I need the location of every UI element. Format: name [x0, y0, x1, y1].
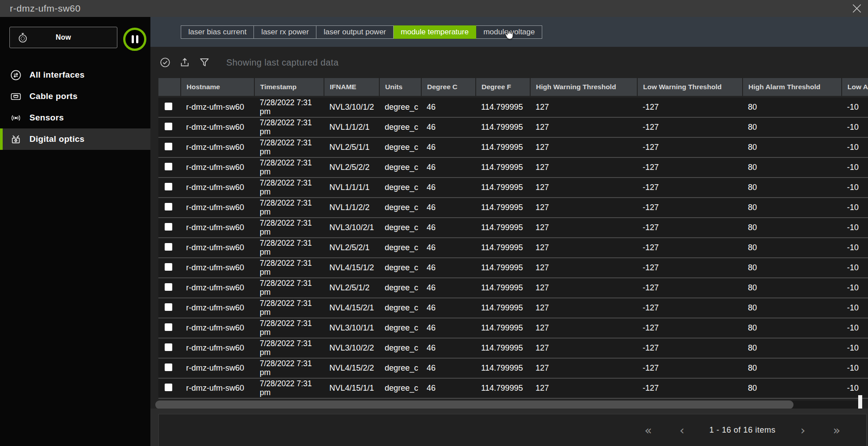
last-page-button[interactable]: »	[830, 424, 843, 436]
tab-laser-rx-power[interactable]: laser rx power	[254, 25, 316, 39]
cell-low_alarm_threshold: -10	[842, 238, 868, 258]
column-header-degree-c[interactable]: Degree C	[421, 78, 476, 97]
vertical-scrollbar-thumb[interactable]	[858, 395, 862, 409]
pause-button[interactable]	[123, 28, 146, 51]
row-checkbox[interactable]	[165, 343, 172, 351]
cell-units: degree_c	[379, 378, 421, 398]
now-button[interactable]: Now	[9, 27, 117, 48]
check-circle-icon[interactable]	[159, 57, 171, 68]
cell-degree_f: 114.799995	[476, 137, 530, 157]
column-header-low-alarm-threshold[interactable]: Low Alarm Threshold	[842, 78, 868, 97]
cell-units: degree_c	[379, 137, 421, 157]
cell-degree_f: 114.799995	[476, 318, 530, 338]
cell-timestamp: 7/28/2022 7:31 pm	[254, 198, 324, 218]
row-checkbox[interactable]	[165, 243, 172, 251]
sidebar-item-sensors[interactable]: Sensors	[0, 107, 150, 128]
row-checkbox[interactable]	[165, 203, 172, 211]
cell-high_alarm_threshold: 80	[743, 238, 842, 258]
sidebar-nav: All interfacesCable portsSensorsDigital …	[0, 64, 150, 150]
row-checkbox[interactable]	[165, 323, 172, 331]
table-row: r-dmz-ufm-sw607/28/2022 7:31 pmNVL1/1/2/…	[158, 198, 868, 218]
row-checkbox[interactable]	[165, 303, 172, 311]
column-header-high-warning-threshold[interactable]: High Warning Threshold	[530, 78, 637, 97]
row-checkbox[interactable]	[165, 103, 172, 110]
sidebar-item-cable-ports[interactable]: Cable ports	[0, 86, 150, 107]
checkbox-cell	[158, 137, 181, 157]
horizontal-scrollbar-track[interactable]	[155, 401, 861, 409]
filter-icon[interactable]	[199, 57, 210, 68]
tab-module-voltage[interactable]: module voltage	[476, 25, 542, 39]
column-header-units[interactable]: Units	[379, 78, 421, 97]
cell-low_warning_threshold: -127	[637, 358, 743, 378]
column-header-hostname[interactable]: Hostname	[181, 78, 254, 97]
checkbox-cell	[158, 157, 181, 178]
cell-degree_f: 114.799995	[476, 218, 530, 238]
first-page-button[interactable]: «	[642, 424, 655, 436]
cell-hostname: r-dmz-ufm-sw60	[181, 97, 254, 117]
cell-hostname: r-dmz-ufm-sw60	[181, 318, 254, 338]
cell-high_warning_threshold: 127	[530, 178, 637, 198]
interfaces-icon	[10, 69, 22, 81]
previous-page-button[interactable]: ‹	[677, 424, 687, 436]
cell-ifname: NVL1/1/2/1	[324, 117, 379, 137]
cell-high_warning_threshold: 127	[530, 278, 637, 298]
cell-low_alarm_threshold: -10	[842, 298, 868, 318]
cell-degree_f: 114.799995	[476, 338, 530, 358]
cell-degree_c: 46	[421, 178, 476, 198]
cell-low_warning_threshold: -127	[637, 137, 743, 157]
row-checkbox[interactable]	[165, 163, 172, 170]
cell-low_warning_threshold: -127	[637, 278, 743, 298]
sidebar-item-label: Cable ports	[29, 91, 78, 101]
cell-hostname: r-dmz-ufm-sw60	[181, 358, 254, 378]
column-header-ifname[interactable]: IFNAME	[324, 78, 379, 97]
cell-high_warning_threshold: 127	[530, 318, 637, 338]
next-page-icon: ›	[801, 423, 806, 437]
cell-degree_c: 46	[421, 218, 476, 238]
sidebar-item-all-interfaces[interactable]: All interfaces	[0, 64, 150, 86]
cell-hostname: r-dmz-ufm-sw60	[181, 258, 254, 278]
row-checkbox[interactable]	[165, 384, 172, 391]
cell-low_alarm_threshold: -10	[842, 218, 868, 238]
column-header-low-warning-threshold[interactable]: Low Warning Threshold	[637, 78, 743, 97]
export-icon[interactable]	[179, 57, 191, 68]
close-button[interactable]	[850, 2, 864, 15]
column-header-timestamp[interactable]: Timestamp	[254, 78, 324, 97]
cell-timestamp: 7/28/2022 7:31 pm	[254, 178, 324, 198]
checkbox-cell	[158, 378, 181, 398]
row-checkbox[interactable]	[165, 223, 172, 231]
cell-high_alarm_threshold: 80	[743, 318, 842, 338]
row-checkbox[interactable]	[165, 123, 172, 130]
cell-units: degree_c	[379, 157, 421, 178]
table-row: r-dmz-ufm-sw607/28/2022 7:31 pmNVL1/1/2/…	[158, 117, 868, 137]
first-page-icon: «	[644, 423, 652, 437]
row-checkbox[interactable]	[165, 263, 172, 271]
cell-low_alarm_threshold: -10	[842, 117, 868, 137]
tab-laser-bias-current[interactable]: laser bias current	[181, 25, 254, 39]
cell-degree_c: 46	[421, 198, 476, 218]
cell-low_alarm_threshold: -10	[842, 97, 868, 117]
column-header-high-alarm-threshold[interactable]: High Alarm Threshold	[743, 78, 842, 97]
cell-low_alarm_threshold: -10	[842, 258, 868, 278]
checkbox-cell	[158, 97, 181, 117]
sidebar-item-digital-optics[interactable]: Digital optics	[0, 128, 150, 150]
cell-degree_c: 46	[421, 298, 476, 318]
tab-laser-output-power[interactable]: laser output power	[316, 25, 394, 39]
next-page-button[interactable]: ›	[798, 424, 808, 436]
window-titlebar: r-dmz-ufm-sw60	[0, 0, 868, 17]
horizontal-scrollbar-thumb[interactable]	[155, 401, 793, 409]
cell-low_alarm_threshold: -10	[842, 358, 868, 378]
cell-hostname: r-dmz-ufm-sw60	[181, 117, 254, 137]
cell-low_warning_threshold: -127	[637, 157, 743, 178]
window-title: r-dmz-ufm-sw60	[10, 3, 81, 14]
tab-module-temperature[interactable]: module temperature	[394, 25, 476, 39]
column-header-degree-f[interactable]: Degree F	[476, 78, 530, 97]
row-checkbox[interactable]	[165, 143, 172, 150]
cell-timestamp: 7/28/2022 7:31 pm	[254, 238, 324, 258]
row-checkbox[interactable]	[165, 363, 172, 371]
row-checkbox[interactable]	[165, 183, 172, 190]
cell-ifname: NVL2/5/1/2	[324, 278, 379, 298]
table-row: r-dmz-ufm-sw607/28/2022 7:31 pmNVL3/10/1…	[158, 97, 868, 117]
cell-low_warning_threshold: -127	[637, 238, 743, 258]
cell-units: degree_c	[379, 358, 421, 378]
row-checkbox[interactable]	[165, 283, 172, 291]
